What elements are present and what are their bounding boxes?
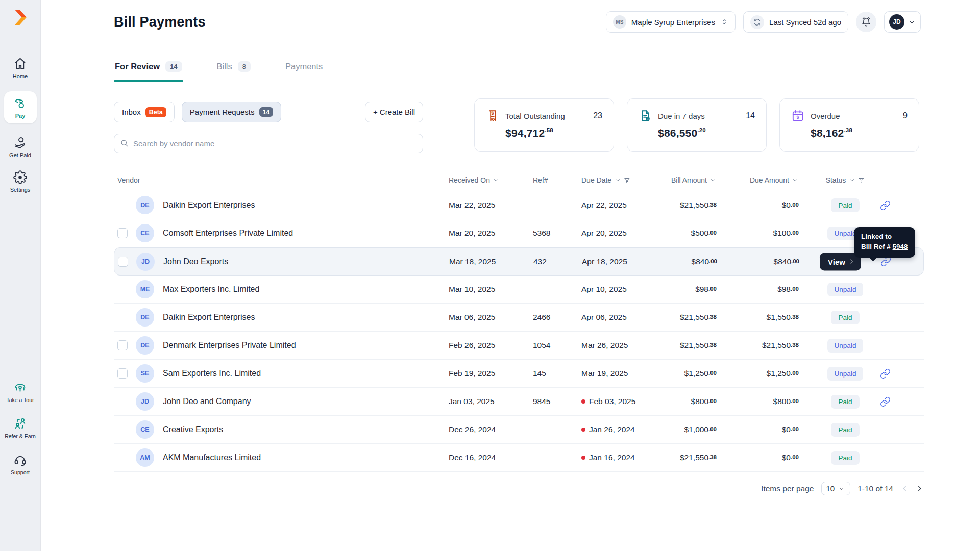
vendor-name: Denmark Enterprises Private Limited (163, 341, 296, 350)
summary-cards: $ Total Outstanding 23 $94,712.58 Due in… (474, 98, 919, 152)
column-label: Received On (449, 176, 490, 184)
card-label: Overdue (811, 112, 840, 120)
tab-for-review[interactable]: For Review 14 (114, 57, 183, 81)
table-row[interactable]: AM AKM Manufactures Limited Dec 16, 2024… (114, 444, 924, 472)
notifications-button[interactable] (856, 12, 876, 32)
due-date-cell: Apr 22, 2025 (581, 201, 653, 210)
inbox-button[interactable]: Inbox Beta (114, 102, 175, 122)
sidebar-item-label: Refer & Earn (5, 433, 36, 439)
last-synced-button[interactable]: Last Synced 52d ago (743, 11, 848, 33)
sidebar-item-home[interactable]: Home (4, 57, 37, 79)
status-cell: Unpaid (799, 283, 876, 296)
row-checkbox[interactable] (118, 257, 128, 267)
table-row[interactable]: DE Daikin Export Enterprises Mar 22, 202… (114, 191, 924, 219)
due-date-cell: Apr 18, 2025 (582, 257, 653, 266)
table-row[interactable]: DE Daikin Export Enterprises Mar 06, 202… (114, 304, 924, 332)
column-header-received[interactable]: Received On (449, 176, 533, 184)
sort-chevron-icon (792, 177, 799, 184)
column-label: Vendor (117, 176, 140, 184)
table-row[interactable]: SE Sam Exporters Inc. Limited Feb 19, 20… (114, 360, 924, 388)
vendor-avatar: ME (136, 280, 154, 298)
bill-amount-cell: $840.00 (653, 257, 717, 266)
svg-text:$: $ (797, 115, 799, 120)
vendor-name: John Deo and Company (163, 397, 251, 406)
table-row[interactable]: DE Denmark Enterprises Private Limited F… (114, 332, 924, 360)
bell-icon (861, 17, 871, 27)
table-row[interactable]: CE Creative Exports Dec 26, 2024 Jan 26,… (114, 416, 924, 444)
sidebar-item-refer-earn[interactable]: Refer & Earn (4, 417, 37, 439)
filter-funnel-icon[interactable] (624, 177, 630, 184)
tab-payments[interactable]: Payments (284, 57, 324, 81)
app-logo (11, 8, 30, 27)
vendor-name: Sam Exporters Inc. Limited (163, 369, 261, 378)
table-row[interactable]: CE Comsoft Enterprises Private Limited M… (114, 219, 924, 247)
bill-amount-cell: $21,550.38 (653, 201, 717, 210)
payment-requests-button[interactable]: Payment Requests 14 (182, 102, 282, 122)
sidebar-item-pay[interactable]: Pay (4, 91, 37, 123)
create-bill-button[interactable]: + Create Bill (365, 102, 423, 122)
vendor-name: Daikin Export Enterprises (163, 201, 255, 210)
received-on-cell: Mar 18, 2025 (449, 257, 533, 266)
vendor-avatar: CE (136, 224, 154, 242)
chevron-right-icon (848, 258, 855, 265)
sidebar-item-label: Take a Tour (6, 397, 34, 403)
column-header-due[interactable]: Due Amount (717, 176, 799, 184)
status-cell: Paid (799, 395, 876, 409)
sidebar-item-support[interactable]: Support (4, 453, 37, 475)
table-row[interactable]: ME Max Exporters Inc. Limited Mar 10, 20… (114, 276, 924, 304)
row-checkbox[interactable] (117, 228, 128, 238)
tab-count-badge: 14 (165, 61, 182, 72)
column-label: Status (826, 176, 846, 184)
column-header-ref: Ref# (533, 176, 581, 184)
due-amount-cell: $840.00 (717, 257, 799, 266)
filter-funnel-icon[interactable] (858, 177, 865, 184)
vendor-avatar: DE (136, 308, 154, 327)
status-badge: Unpaid (827, 367, 864, 381)
card-value: $94,712.58 (505, 127, 602, 139)
row-checkbox[interactable] (117, 340, 128, 350)
prev-page-button[interactable] (900, 484, 909, 493)
status-badge: Unpaid (827, 339, 864, 353)
due-amount-cell: $0.00 (717, 425, 799, 434)
table-row[interactable]: JD John Deo and Company Jan 03, 2025 984… (114, 388, 924, 416)
tab-label: Bills (217, 62, 232, 71)
due-amount-cell: $0.00 (717, 453, 799, 462)
table-row[interactable]: JD John Deo Exports Mar 18, 2025 432 Apr… (114, 247, 924, 276)
tab-bills[interactable]: Bills 8 (216, 57, 252, 81)
sidebar-item-take-a-tour[interactable]: Take a Tour (4, 381, 37, 403)
card-value: $86,550.20 (658, 127, 755, 139)
overdue-dot-icon (581, 428, 585, 432)
sidebar-item-get-paid[interactable]: Get Paid (4, 136, 37, 158)
vendor-name: Comsoft Enterprises Private Limited (163, 229, 293, 238)
sort-chevron-icon (614, 177, 621, 184)
linked-bill-icon[interactable] (880, 256, 891, 267)
search-input[interactable] (114, 134, 423, 153)
next-page-button[interactable] (915, 484, 924, 493)
bill-ref-link[interactable]: 5948 (893, 243, 908, 251)
page-title: Bill Payments (114, 14, 206, 30)
row-checkbox[interactable] (117, 368, 128, 379)
linked-bill-icon[interactable] (880, 200, 891, 211)
column-header-status[interactable]: Status (799, 176, 876, 184)
linked-bill-icon[interactable] (880, 396, 891, 407)
ref-cell: 2466 (533, 313, 581, 322)
linked-bill-icon[interactable] (880, 368, 891, 379)
user-avatar: JD (889, 14, 904, 30)
bill-amount-cell: $21,550.38 (653, 313, 717, 322)
bill-amount-cell: $800.00 (653, 397, 717, 406)
user-menu[interactable]: JD (884, 11, 921, 33)
vendor-avatar: DE (136, 336, 154, 355)
due-date-cell: Mar 19, 2025 (581, 369, 653, 378)
status-badge: Paid (831, 198, 859, 212)
vendor-avatar: CE (136, 420, 154, 439)
support-icon (13, 453, 27, 467)
column-header-bill[interactable]: Bill Amount (653, 176, 717, 184)
sidebar-item-settings[interactable]: Settings (4, 170, 37, 193)
column-header-duedate[interactable]: Due Date (581, 176, 653, 184)
company-selector[interactable]: MS Maple Syrup Enterprises (606, 11, 736, 33)
column-label: Due Date (581, 176, 611, 184)
page-size-select[interactable]: 10 (821, 482, 851, 495)
status-badge: Paid (831, 451, 859, 465)
bill-amount-cell: $1,250.00 (653, 369, 717, 378)
ref-cell: 1054 (533, 341, 581, 350)
